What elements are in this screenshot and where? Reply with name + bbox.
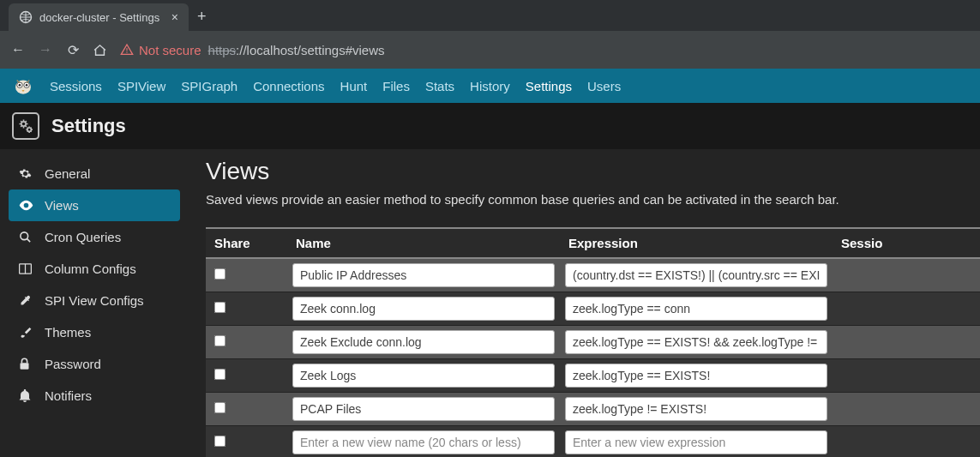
share-checkbox[interactable] bbox=[214, 402, 226, 414]
sidebar-item-label: Notifiers bbox=[45, 388, 92, 403]
sidebar-item-column-configs[interactable]: Column Configs bbox=[9, 253, 180, 285]
table-header-row: Share Name Expression Sessio bbox=[206, 228, 980, 258]
svg-point-7 bbox=[26, 84, 28, 87]
share-checkbox[interactable] bbox=[214, 335, 226, 347]
table-row bbox=[206, 393, 980, 426]
table-new-row bbox=[206, 426, 980, 458]
url-path: ://localhost/settings#views bbox=[236, 43, 384, 57]
sidebar-item-password[interactable]: Password bbox=[9, 348, 180, 380]
svg-point-8 bbox=[21, 122, 26, 126]
table-row bbox=[206, 359, 980, 393]
svg-rect-12 bbox=[21, 363, 29, 370]
forward-button: → bbox=[38, 42, 53, 57]
share-checkbox[interactable] bbox=[214, 302, 226, 314]
svg-point-1 bbox=[126, 51, 127, 52]
columns-icon bbox=[19, 263, 34, 274]
bell-icon bbox=[19, 389, 34, 402]
page-title: Settings bbox=[51, 115, 126, 137]
views-table: Share Name Expression Sessio bbox=[206, 227, 980, 457]
url-text: https://localhost/settings#views bbox=[208, 43, 385, 57]
nav-spiview[interactable]: SPIView bbox=[117, 79, 165, 93]
sidebar-item-views[interactable]: Views bbox=[9, 189, 180, 221]
sidebar-item-label: General bbox=[45, 166, 90, 181]
svg-point-6 bbox=[19, 84, 21, 87]
view-expression-input[interactable] bbox=[565, 263, 827, 287]
not-secure-text: Not secure bbox=[139, 43, 201, 57]
share-checkbox[interactable] bbox=[214, 369, 226, 381]
table-row bbox=[206, 292, 980, 326]
page-header: Settings bbox=[0, 103, 980, 149]
browser-chrome: docker-cluster - Settings × + ← → ⟳ Not … bbox=[0, 0, 980, 69]
eye-icon bbox=[19, 199, 34, 212]
view-expression-input[interactable] bbox=[565, 297, 827, 321]
sidebar-item-label: Cron Queries bbox=[45, 230, 121, 244]
tab-favicon-icon bbox=[19, 10, 33, 24]
tab-title: docker-cluster - Settings bbox=[39, 11, 159, 24]
svg-point-9 bbox=[27, 128, 31, 131]
nav-sessions[interactable]: Sessions bbox=[50, 79, 102, 93]
sidebar-item-label: Views bbox=[45, 198, 79, 213]
nav-hunt[interactable]: Hunt bbox=[340, 79, 368, 93]
search-icon bbox=[19, 231, 34, 244]
new-tab-button[interactable]: + bbox=[189, 3, 215, 31]
lock-icon bbox=[19, 358, 34, 370]
sidebar-item-themes[interactable]: Themes bbox=[9, 316, 180, 348]
col-header-name[interactable]: Name bbox=[287, 228, 560, 258]
address-bar[interactable]: Not secure https://localhost/settings#vi… bbox=[120, 43, 385, 57]
new-view-name-input[interactable] bbox=[292, 430, 555, 454]
new-view-expression-input[interactable] bbox=[565, 430, 827, 454]
home-button[interactable] bbox=[93, 43, 108, 57]
view-name-input[interactable] bbox=[292, 263, 555, 287]
view-name-input[interactable] bbox=[292, 364, 555, 388]
warning-icon bbox=[120, 43, 134, 57]
tab-strip: docker-cluster - Settings × + bbox=[0, 0, 980, 31]
sidebar-item-cron-queries[interactable]: Cron Queries bbox=[9, 221, 180, 253]
table-row bbox=[206, 326, 980, 359]
nav-connections[interactable]: Connections bbox=[253, 79, 324, 93]
url-scheme: https bbox=[208, 43, 237, 57]
app-logo-icon[interactable] bbox=[12, 75, 34, 97]
sidebar-item-notifiers[interactable]: Notifiers bbox=[9, 380, 180, 412]
svg-rect-2 bbox=[126, 48, 127, 51]
back-button[interactable]: ← bbox=[10, 42, 26, 57]
main-content: Views Saved views provide an easier meth… bbox=[189, 149, 980, 457]
brush-icon bbox=[19, 326, 34, 339]
sidebar-item-label: SPI View Configs bbox=[45, 293, 144, 308]
col-header-share[interactable]: Share bbox=[206, 228, 287, 258]
app-nav: Sessions SPIView SPIGraph Connections Hu… bbox=[0, 69, 980, 103]
browser-toolbar: ← → ⟳ Not secure https://localhost/setti… bbox=[0, 31, 980, 69]
view-expression-input[interactable] bbox=[565, 364, 827, 388]
view-name-input[interactable] bbox=[292, 297, 555, 321]
settings-gear-icon bbox=[12, 112, 39, 140]
view-expression-input[interactable] bbox=[565, 397, 827, 421]
nav-files[interactable]: Files bbox=[382, 79, 410, 93]
sidebar-item-label: Password bbox=[45, 357, 101, 371]
tab-close-icon[interactable]: × bbox=[171, 10, 178, 24]
nav-stats[interactable]: Stats bbox=[425, 79, 454, 93]
sidebar-item-general[interactable]: General bbox=[9, 158, 180, 189]
not-secure-badge: Not secure bbox=[120, 43, 201, 57]
sidebar-item-label: Themes bbox=[45, 325, 91, 340]
gear-icon bbox=[19, 167, 34, 180]
section-heading: Views bbox=[206, 158, 980, 185]
browser-tab[interactable]: docker-cluster - Settings × bbox=[9, 3, 189, 31]
table-row bbox=[206, 258, 980, 292]
nav-spigraph[interactable]: SPIGraph bbox=[181, 79, 237, 93]
share-checkbox[interactable] bbox=[214, 268, 226, 280]
view-name-input[interactable] bbox=[292, 397, 555, 421]
eyedropper-icon bbox=[19, 294, 34, 307]
sidebar-item-label: Column Configs bbox=[45, 262, 136, 276]
share-checkbox[interactable] bbox=[214, 436, 226, 448]
sidebar-item-spi-view-configs[interactable]: SPI View Configs bbox=[9, 285, 180, 316]
nav-users[interactable]: Users bbox=[587, 79, 621, 93]
section-description: Saved views provide an easier method to … bbox=[206, 192, 980, 207]
view-expression-input[interactable] bbox=[565, 330, 827, 354]
nav-settings[interactable]: Settings bbox=[526, 79, 572, 93]
col-header-session[interactable]: Sessio bbox=[833, 228, 980, 258]
col-header-expression[interactable]: Expression bbox=[560, 228, 833, 258]
nav-history[interactable]: History bbox=[470, 79, 510, 93]
settings-sidebar: General Views Cron Queries Column Config… bbox=[0, 149, 189, 457]
view-name-input[interactable] bbox=[292, 330, 555, 354]
svg-point-10 bbox=[21, 232, 28, 240]
reload-button[interactable]: ⟳ bbox=[65, 42, 81, 58]
